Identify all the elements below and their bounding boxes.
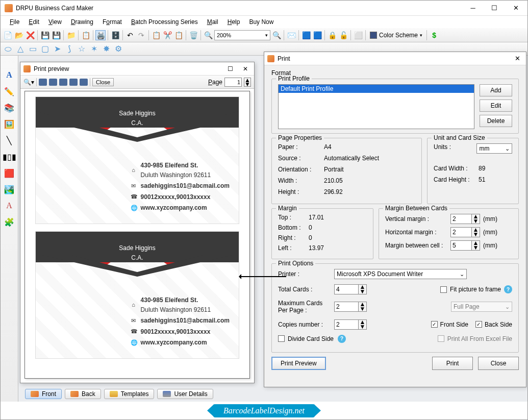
maxcards-input[interactable]: ▲▼ bbox=[334, 302, 367, 312]
zoomout-icon[interactable]: 🔍 bbox=[271, 30, 282, 40]
zoomin-icon[interactable]: 🔍 bbox=[203, 30, 213, 40]
lock-icon[interactable]: 🔒 bbox=[327, 30, 337, 40]
watermark-icon[interactable]: A bbox=[4, 201, 14, 211]
back-checkbox[interactable] bbox=[475, 321, 482, 328]
print-close-button[interactable]: ✕ bbox=[512, 55, 523, 62]
tab-front[interactable]: Front bbox=[25, 389, 62, 399]
footer-link[interactable]: BarcodeLabelDesign.net bbox=[213, 404, 315, 417]
paste-icon[interactable]: 📋 bbox=[173, 30, 184, 40]
tab-templates[interactable]: Templates bbox=[104, 389, 155, 399]
star-icon[interactable]: ☆ bbox=[77, 44, 86, 54]
database-icon[interactable]: 🗄️ bbox=[110, 30, 120, 40]
picture-icon[interactable]: 🏞️ bbox=[4, 184, 14, 194]
menu-edit[interactable]: Edit bbox=[24, 17, 43, 27]
star6-icon[interactable]: ✶ bbox=[89, 44, 98, 54]
tab-back[interactable]: Back bbox=[65, 389, 101, 399]
unit-title: Unit and Card Size bbox=[432, 134, 487, 141]
menu-mail[interactable]: Mail bbox=[203, 17, 222, 27]
margin-title: Margin bbox=[276, 205, 299, 212]
print-preview-button[interactable]: Print Preview bbox=[271, 357, 326, 370]
menu-buy[interactable]: Buy Now bbox=[245, 17, 278, 27]
menu-file[interactable]: File bbox=[6, 17, 23, 27]
hmargin-input[interactable]: ▲▼ bbox=[450, 227, 480, 237]
cut-icon[interactable]: ✂️ bbox=[162, 30, 172, 40]
properties-icon[interactable]: 📋 bbox=[81, 30, 91, 40]
edit-button[interactable]: Edit bbox=[480, 100, 512, 112]
triangle-icon[interactable]: △ bbox=[16, 44, 25, 54]
undo-icon[interactable]: ↶ bbox=[125, 30, 135, 40]
send-back-icon[interactable]: 🟦 bbox=[312, 30, 322, 40]
totalcards-input[interactable]: ▲▼ bbox=[334, 284, 367, 294]
divide-checkbox[interactable] bbox=[278, 335, 285, 342]
curve-icon[interactable]: ⟆ bbox=[65, 44, 74, 54]
copy-icon[interactable]: 📋 bbox=[151, 30, 161, 40]
text-tool-icon[interactable]: A bbox=[4, 70, 14, 80]
copies-input[interactable]: ▲▼ bbox=[334, 319, 367, 330]
pencil-icon[interactable]: ✏️ bbox=[4, 86, 14, 96]
delete-button[interactable]: Delete bbox=[480, 115, 512, 127]
barcode-icon[interactable]: ▮▯▮ bbox=[4, 152, 14, 162]
saveas-icon[interactable]: 💾 bbox=[51, 30, 61, 40]
add-button[interactable]: Add bbox=[480, 84, 512, 96]
tab-user[interactable]: User Details bbox=[157, 389, 213, 399]
maximize-button[interactable]: ☐ bbox=[487, 3, 502, 13]
ellipse-icon[interactable]: ⬭ bbox=[4, 44, 13, 54]
profile-item-default[interactable]: Default Print Profile bbox=[279, 85, 474, 93]
printer-select[interactable]: Microsoft XPS Document Writer bbox=[334, 269, 467, 279]
minimize-button[interactable]: ─ bbox=[465, 3, 481, 13]
open-icon[interactable]: 📂 bbox=[14, 30, 24, 40]
cellmargin-input[interactable]: ▲▼ bbox=[450, 240, 480, 251]
new-icon[interactable]: 📄 bbox=[3, 30, 13, 40]
fit-icon[interactable]: ⬜ bbox=[353, 30, 363, 40]
preview-maximize-button[interactable]: ☐ bbox=[224, 65, 236, 72]
line-icon[interactable]: ╲ bbox=[4, 135, 14, 145]
save-icon[interactable]: 💾 bbox=[40, 30, 50, 40]
help-icon[interactable]: ? bbox=[338, 335, 346, 343]
roundrect-icon[interactable]: ▢ bbox=[40, 44, 49, 54]
close-dialog-button[interactable]: Close bbox=[478, 357, 519, 370]
puzzle-icon[interactable]: 🧩 bbox=[4, 217, 14, 227]
zoom-select[interactable]: 200% bbox=[214, 30, 270, 40]
vmargin-input[interactable]: ▲▼ bbox=[450, 214, 480, 224]
help-icon[interactable]: ? bbox=[504, 285, 512, 293]
page-input[interactable] bbox=[224, 78, 242, 87]
bring-front-icon[interactable]: 🟦 bbox=[301, 30, 311, 40]
mail-icon[interactable]: ✉️ bbox=[286, 30, 296, 40]
library-icon[interactable]: 📚 bbox=[4, 103, 14, 113]
layout-2-icon[interactable] bbox=[49, 79, 57, 86]
layout-3-icon[interactable] bbox=[59, 79, 67, 86]
page-spinner[interactable]: ▲▼ bbox=[244, 78, 251, 87]
profile-list[interactable]: Default Print Profile bbox=[278, 84, 474, 129]
remove-icon[interactable]: 🗑️ bbox=[188, 30, 198, 40]
currency-icon[interactable]: $ bbox=[429, 30, 439, 40]
menu-drawing[interactable]: Drawing bbox=[67, 17, 97, 27]
export-icon[interactable]: 📁 bbox=[66, 30, 76, 40]
close-button[interactable]: ✕ bbox=[508, 3, 523, 13]
menu-format[interactable]: Format bbox=[98, 17, 126, 27]
layout-4-icon[interactable] bbox=[69, 79, 78, 86]
arrow-icon[interactable]: ➤ bbox=[53, 44, 62, 54]
preview-close-btn[interactable]: Close bbox=[92, 78, 114, 86]
delete-icon[interactable]: ❌ bbox=[25, 30, 35, 40]
layout-1-icon[interactable] bbox=[39, 79, 47, 86]
print-icon[interactable]: 🖨️ bbox=[95, 30, 106, 40]
burst-icon[interactable]: ✸ bbox=[102, 44, 111, 54]
units-select[interactable]: mm bbox=[476, 143, 512, 154]
layout-5-icon[interactable] bbox=[80, 79, 88, 86]
rect-icon[interactable]: ▭ bbox=[28, 44, 37, 54]
unlock-icon[interactable]: 🔓 bbox=[338, 30, 348, 40]
gear-icon[interactable]: ⚙ bbox=[114, 44, 123, 54]
magnify-icon[interactable]: 🔍▾ bbox=[23, 79, 34, 86]
layers-icon[interactable]: 🟥 bbox=[4, 168, 14, 178]
redo-icon[interactable]: ↷ bbox=[136, 30, 146, 40]
color-scheme-button[interactable]: Color Scheme ▾ bbox=[368, 32, 424, 39]
print-button[interactable]: Print bbox=[432, 357, 473, 370]
printer-label: Printer : bbox=[278, 270, 334, 278]
fit-checkbox[interactable] bbox=[440, 286, 447, 293]
menu-help[interactable]: Help bbox=[223, 17, 244, 27]
preview-close-button[interactable]: ✕ bbox=[240, 65, 251, 72]
image-icon[interactable]: 🖼️ bbox=[4, 119, 14, 129]
menu-batch[interactable]: Batch Processing Series bbox=[127, 17, 202, 27]
front-checkbox[interactable] bbox=[431, 321, 438, 328]
menu-view[interactable]: View bbox=[44, 17, 66, 27]
